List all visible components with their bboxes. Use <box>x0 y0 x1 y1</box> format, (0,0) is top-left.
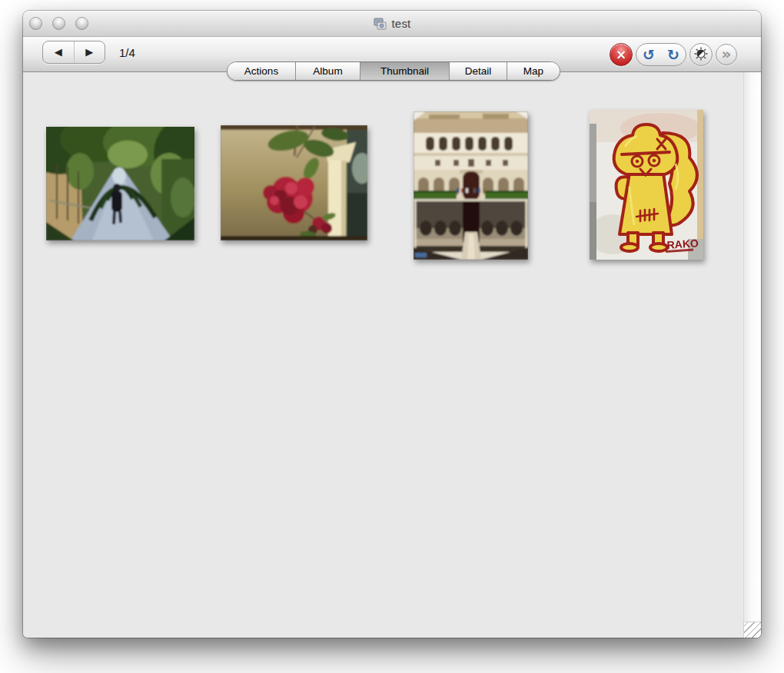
adjust-button[interactable] <box>689 43 713 66</box>
rotate-right-button[interactable]: ↻ <box>661 44 686 65</box>
rotate-left-button[interactable]: ↺ <box>636 44 661 65</box>
window-title: test <box>392 17 411 30</box>
double-chevron-icon: » <box>722 46 732 61</box>
tab-album[interactable]: Album <box>295 62 360 80</box>
traffic-lights <box>29 17 88 30</box>
back-button[interactable]: ◀ <box>43 41 75 63</box>
title-group: test <box>374 17 411 30</box>
delete-x-icon: × <box>616 48 626 61</box>
brightness-sun-icon <box>694 47 708 63</box>
red-flower-image <box>221 125 367 240</box>
tab-map[interactable]: Map <box>507 62 560 80</box>
desktop-background: test ◀ ▶ 1/4 × ↺ ↻ <box>0 0 784 673</box>
minimize-window-button[interactable] <box>52 17 65 30</box>
resize-grip[interactable] <box>743 622 761 638</box>
close-window-button[interactable] <box>29 17 42 30</box>
forward-button[interactable]: ▶ <box>75 41 105 63</box>
zoom-window-button[interactable] <box>75 17 88 30</box>
courtyard-reflection-image <box>414 111 528 260</box>
tab-detail[interactable]: Detail <box>449 62 507 80</box>
graffiti-character-image: RAKO <box>590 110 703 260</box>
scrollbar-track[interactable] <box>743 72 761 638</box>
thumbnail-graffiti-character[interactable]: RAKO <box>590 110 703 260</box>
thumbnail-grid: RAKO <box>23 72 761 638</box>
thumbnail-red-flower[interactable] <box>221 125 367 240</box>
delete-button[interactable]: × <box>610 43 633 66</box>
back-forward-control: ◀ ▶ <box>42 41 105 64</box>
tab-actions[interactable]: Actions <box>228 62 295 80</box>
page-indicator: 1/4 <box>119 46 135 59</box>
graffiti-signature: RAKO <box>666 237 699 251</box>
rotate-control: ↺ ↻ <box>636 43 686 66</box>
tab-bar: Actions Album Thumbnail Detail Map <box>227 61 560 81</box>
overflow-chevron-button[interactable]: » <box>716 44 737 65</box>
app-window: test ◀ ▶ 1/4 × ↺ ↻ <box>23 11 761 638</box>
document-proxy-icon <box>374 18 387 30</box>
thumbnail-garden-archway[interactable] <box>46 127 194 240</box>
tab-thumbnail[interactable]: Thumbnail <box>360 62 449 80</box>
titlebar[interactable]: test <box>23 11 761 37</box>
garden-archway-image <box>46 127 194 240</box>
thumbnail-courtyard-reflection[interactable] <box>414 111 528 260</box>
